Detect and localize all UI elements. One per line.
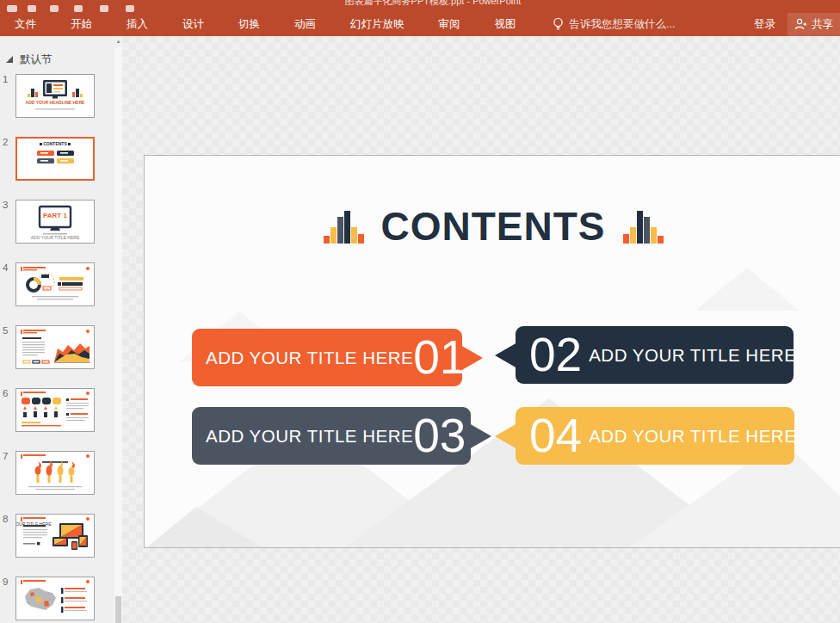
tab-view[interactable]: 视图: [483, 12, 528, 37]
tab-home[interactable]: 开始: [59, 12, 104, 37]
thumbnail-row: 9: [15, 577, 95, 620]
scrollbar-thumb[interactable]: [115, 596, 121, 623]
banner-01-label: ADD YOUR TITLE HERE: [206, 348, 413, 368]
slide-number: 8: [3, 514, 8, 524]
slide-title-block[interactable]: CONTENTS: [145, 200, 840, 252]
thumbnail-row: 6: [15, 388, 95, 432]
banner-02-label: ADD YOUR TITLE HERE: [589, 345, 796, 366]
scroll-up-icon[interactable]: ▲: [114, 36, 122, 47]
banner-02-number: 02: [529, 331, 582, 379]
slide-number: 2: [3, 137, 8, 147]
powerpoint-window: 图表扁平化商务PPT模板.ppt - PowerPoint 文件 开始 插入 设…: [0, 0, 840, 623]
tab-animations[interactable]: 动画: [282, 12, 328, 37]
slide-6-thumbnail[interactable]: [15, 388, 95, 432]
slide-title[interactable]: CONTENTS: [381, 203, 606, 250]
banner-03-label: ADD YOUR TITLE HERE: [206, 426, 413, 447]
thumbnail-scrollbar[interactable]: ▲: [114, 36, 122, 623]
thumbnail-caption: CONTENTS: [17, 141, 93, 146]
banner-04-label: ADD YOUR TITLE HERE: [589, 426, 796, 447]
slide-9-thumbnail[interactable]: [15, 577, 95, 620]
thumbnail-row: 1 ADD YOUR HE: [15, 74, 95, 118]
thumbnail-row: 5: [15, 325, 95, 369]
lightbulb-icon: [553, 17, 564, 32]
slide-7-thumbnail[interactable]: [15, 451, 95, 495]
slide-number: 9: [3, 577, 8, 587]
tab-slideshow[interactable]: 幻灯片放映: [338, 12, 417, 37]
ribbon-right-group: 登录 共享: [754, 13, 840, 36]
tab-review[interactable]: 审阅: [427, 12, 472, 37]
thumbnail-caption: ADD YOUR HEADLINE HERE: [16, 100, 94, 105]
slide-thumbnail-pane: 默认节 1: [0, 36, 114, 623]
thumbnail-row: 8: [15, 514, 95, 558]
banner-04-number: 04: [529, 412, 582, 460]
ribbon-tab-bar: 文件 开始 插入 设计 切换 动画 幻灯片放映 审阅 视图 告诉我您想要做什么.…: [0, 12, 840, 36]
banner-01-number: 01: [413, 334, 466, 381]
thumbnail-row: 2 CONTENTS: [15, 137, 95, 181]
section-expand-icon: [6, 56, 14, 64]
share-label: 共享: [812, 17, 833, 32]
slide-4-thumbnail[interactable]: [15, 262, 95, 306]
slide-1-thumbnail[interactable]: ADD YOUR HEADLINE HERE: [15, 74, 95, 118]
area-chart-slide-graphic: [16, 326, 94, 367]
tab-design[interactable]: 设计: [170, 12, 216, 37]
thumbnail-row: 3 PART 1 ADD YOUR TITLE HERE: [15, 200, 95, 244]
banner-01[interactable]: ADD YOUR TITLE HERE 01: [192, 329, 462, 386]
tab-transitions[interactable]: 切换: [226, 12, 272, 37]
thumbnail-row: 7: [15, 451, 95, 495]
undo-icon[interactable]: [50, 5, 59, 12]
section-header[interactable]: 默认节: [0, 36, 114, 74]
bar-chart-icon: [623, 209, 664, 244]
banner-03-number: 03: [413, 412, 466, 460]
thumbnail-row: 4: [15, 262, 95, 306]
slide-canvas[interactable]: CONTENTS ADD YOUR TITLE HERE 01 02 ADD Y…: [144, 155, 840, 548]
slide-5-thumbnail[interactable]: [15, 325, 95, 369]
china-map-slide-graphic: [16, 577, 94, 618]
torch-figures-slide-graphic: [16, 452, 94, 492]
banner-03[interactable]: ADD YOUR TITLE HERE 03: [192, 407, 471, 465]
slide-2-thumbnail-selected[interactable]: CONTENTS: [15, 137, 95, 181]
slide-8-thumbnail[interactable]: ADD YOUR TITLE HERE: [15, 514, 95, 558]
tell-me-box[interactable]: 告诉我您想要做什么...: [553, 17, 676, 32]
slide-number: 3: [3, 200, 8, 210]
slide-3-thumbnail[interactable]: PART 1 ADD YOUR TITLE HERE: [15, 200, 95, 244]
diagram-slide-graphic: [16, 263, 94, 304]
share-person-icon: [794, 18, 807, 30]
bar-chart-icon: [324, 209, 364, 244]
thumbnail-subcaption: ADD YOUR TITLE HERE: [16, 235, 94, 240]
slide-number: 1: [3, 74, 8, 84]
document-title: 图表扁平化商务PPT模板.ppt - PowerPoint: [284, 0, 582, 8]
slide-number: 5: [3, 325, 8, 336]
title-bar: 图表扁平化商务PPT模板.ppt - PowerPoint: [0, 0, 840, 12]
banner-02[interactable]: 02 ADD YOUR TITLE HERE: [516, 326, 794, 384]
share-button[interactable]: 共享: [788, 13, 840, 36]
tab-file[interactable]: 文件: [3, 12, 48, 37]
thumbnail-caption: PART 1: [16, 212, 94, 219]
title-slide-graphic: [16, 75, 94, 115]
section-label: 默认节: [20, 52, 52, 67]
slide-number: 4: [3, 262, 8, 273]
slide-number: 6: [3, 388, 8, 398]
slide-number: 7: [3, 451, 8, 461]
tell-me-label: 告诉我您想要做什么...: [570, 17, 676, 32]
sign-in-button[interactable]: 登录: [754, 17, 775, 32]
tab-insert[interactable]: 插入: [114, 12, 160, 37]
people-infographic-slide-graphic: [16, 389, 94, 429]
banner-04[interactable]: 04 ADD YOUR TITLE HERE: [516, 407, 794, 465]
thumbnail-caption: ADD YOUR TITLE HERE: [15, 521, 73, 527]
slide-editing-area: CONTENTS ADD YOUR TITLE HERE 01 02 ADD Y…: [122, 36, 840, 623]
